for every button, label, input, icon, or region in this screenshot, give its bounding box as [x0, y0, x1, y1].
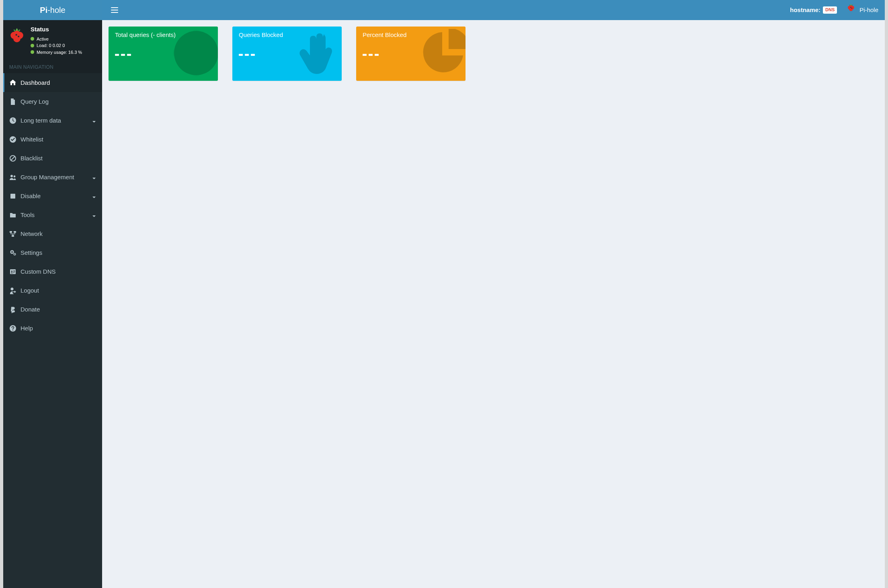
- sidebar-item-help[interactable]: Help: [3, 319, 102, 338]
- network-icon: [9, 230, 16, 238]
- stat-box-percent-blocked[interactable]: Percent Blocked: [356, 27, 466, 81]
- ban-icon: [9, 155, 16, 162]
- stop-icon: [9, 193, 16, 200]
- sidebar-item-label: Group Management: [21, 174, 88, 180]
- sidebar-item-long-term-data[interactable]: Long term data: [3, 111, 102, 130]
- chevron-down-icon: [92, 213, 96, 217]
- chevron-down-icon: [92, 194, 96, 198]
- sidebar-item-label: Settings: [21, 249, 96, 256]
- sidebar-item-label: Dashboard: [21, 79, 96, 86]
- paypal-icon: [9, 306, 16, 313]
- stat-box-total-queries-clients[interactable]: Total queries (- clients): [109, 27, 218, 81]
- stat-value: [115, 50, 211, 57]
- nav-section-header: MAIN NAVIGATION: [3, 59, 102, 73]
- stat-title: Queries Blocked: [239, 31, 335, 38]
- cogs-icon: [9, 249, 16, 256]
- sidebar-item-disable[interactable]: Disable: [3, 186, 102, 205]
- stat-title: Percent Blocked: [363, 31, 459, 38]
- address-icon: [9, 268, 16, 275]
- sidebar-item-label: Donate: [21, 306, 96, 313]
- sidebar-item-label: Logout: [21, 287, 96, 294]
- stat-title: Total queries (- clients): [115, 31, 211, 38]
- sidebar-item-whitelist[interactable]: Whitelist: [3, 130, 102, 149]
- status-dot-icon: [31, 50, 34, 54]
- sidebar-item-label: Blacklist: [21, 155, 96, 162]
- dns-badge: DNS: [823, 6, 837, 13]
- sidebar-item-label: Network: [21, 230, 96, 237]
- folder-icon: [9, 211, 16, 219]
- home-icon: [9, 79, 16, 86]
- brand-link[interactable]: Pi-hole: [847, 0, 878, 20]
- sidebar-item-group-management[interactable]: Group Management: [3, 168, 102, 186]
- hostname-indicator[interactable]: hostname: DNS: [790, 0, 837, 20]
- hostname-label: hostname:: [790, 0, 820, 20]
- stat-value: [239, 50, 335, 57]
- sidebar-item-logout[interactable]: Logout: [3, 281, 102, 300]
- status-active: Active: [31, 36, 82, 43]
- menu-icon: [111, 7, 118, 13]
- sidebar-item-label: Whitelist: [21, 136, 96, 143]
- sidebar-item-blacklist[interactable]: Blacklist: [3, 149, 102, 168]
- sidebar-item-label: Tools: [21, 211, 88, 218]
- content: Total queries (- clients)Queries Blocked…: [102, 20, 885, 588]
- file-icon: [9, 98, 16, 105]
- logo[interactable]: Pi-hole: [3, 0, 102, 20]
- sidebar-item-label: Long term data: [21, 117, 88, 124]
- status-dot-icon: [31, 37, 34, 41]
- chevron-down-icon: [92, 119, 96, 123]
- status-memory: Memory usage: 16.3 %: [31, 49, 82, 56]
- sidebar-item-custom-dns[interactable]: Custom DNS: [3, 262, 102, 281]
- status-dot-icon: [31, 44, 34, 47]
- stats-row: Total queries (- clients)Queries Blocked…: [109, 27, 878, 81]
- sidebar-item-network[interactable]: Network: [3, 224, 102, 243]
- users-icon: [9, 174, 16, 181]
- sidebar-item-tools[interactable]: Tools: [3, 205, 102, 224]
- status-load: Load: 0 0.02 0: [31, 42, 82, 49]
- logo-bold: Pi: [40, 6, 47, 14]
- sidebar-item-donate[interactable]: Donate: [3, 300, 102, 319]
- sidebar-toggle-button[interactable]: [109, 4, 121, 16]
- sidebar-item-label: Help: [21, 325, 96, 332]
- status-title: Status: [31, 25, 82, 34]
- stat-value: [363, 50, 459, 57]
- pihole-logo-icon: [8, 25, 26, 44]
- top-navbar: hostname: DNS Pi-hole: [102, 0, 885, 20]
- question-icon: [9, 325, 16, 332]
- chevron-down-icon: [92, 175, 96, 179]
- sidebar-item-label: Custom DNS: [21, 268, 96, 275]
- logout-icon: [9, 287, 16, 294]
- logo-rest: -hole: [47, 6, 65, 14]
- check-icon: [9, 136, 16, 143]
- brand-text: Pi-hole: [859, 0, 878, 20]
- sidebar-item-query-log[interactable]: Query Log: [3, 92, 102, 111]
- sidebar-item-settings[interactable]: Settings: [3, 243, 102, 262]
- clock-icon: [9, 117, 16, 124]
- sidebar-item-dashboard[interactable]: Dashboard: [3, 73, 102, 92]
- sidebar-item-label: Disable: [21, 193, 88, 199]
- stat-box-queries-blocked[interactable]: Queries Blocked: [232, 27, 342, 81]
- nav-list: DashboardQuery LogLong term dataWhitelis…: [3, 73, 102, 338]
- sidebar-item-label: Query Log: [21, 98, 96, 105]
- main-header: Pi-hole hostname: DNS Pi-hole: [3, 0, 885, 20]
- pihole-logo-icon: [847, 0, 855, 20]
- status-panel: Status Active Load: 0 0.02 0 Memory usag…: [3, 20, 102, 59]
- main-sidebar: Status Active Load: 0 0.02 0 Memory usag…: [3, 20, 102, 588]
